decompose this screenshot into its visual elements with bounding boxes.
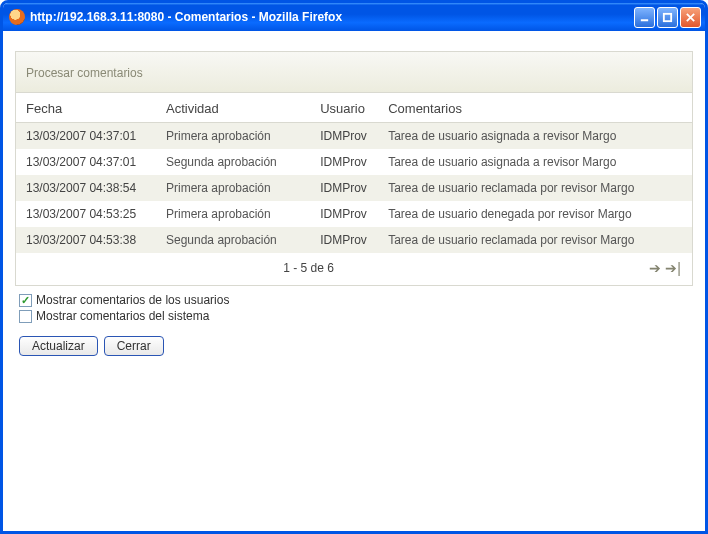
cell-usuario: IDMProv (310, 123, 378, 150)
close-button[interactable]: Cerrar (104, 336, 164, 356)
minimize-button[interactable] (634, 7, 655, 28)
browser-window: http://192.168.3.11:8080 - Comentarios -… (0, 0, 708, 534)
cell-fecha: 13/03/2007 04:37:01 (16, 149, 156, 175)
cell-fecha: 13/03/2007 04:37:01 (16, 123, 156, 150)
cell-usuario: IDMProv (310, 201, 378, 227)
checkbox-icon[interactable] (19, 310, 32, 323)
pager-count: 1 - 5 de 6 (283, 261, 334, 275)
last-page-icon[interactable]: ➔| (664, 261, 682, 275)
filter-checks: Mostrar comentarios de los usuarios Most… (15, 286, 693, 334)
page-content: Procesar comentarios Fecha Actividad Usu… (3, 31, 705, 531)
check-label: Mostrar comentarios de los usuarios (36, 293, 229, 307)
titlebar: http://192.168.3.11:8080 - Comentarios -… (3, 3, 705, 31)
cell-fecha: 13/03/2007 04:53:25 (16, 201, 156, 227)
cell-fecha: 13/03/2007 04:53:38 (16, 227, 156, 253)
minimize-icon (639, 12, 650, 23)
cell-actividad: Primera aprobación (156, 175, 310, 201)
cell-comentario: Tarea de usuario reclamada por revisor M… (378, 227, 692, 253)
cell-usuario: IDMProv (310, 175, 378, 201)
cell-fecha: 13/03/2007 04:38:54 (16, 175, 156, 201)
table-row: 13/03/2007 04:38:54 Primera aprobación I… (16, 175, 692, 201)
cell-comentario: Tarea de usuario denegada por revisor Ma… (378, 201, 692, 227)
cell-actividad: Primera aprobación (156, 123, 310, 150)
comments-panel: Procesar comentarios Fecha Actividad Usu… (15, 51, 693, 286)
table-row: 13/03/2007 04:37:01 Segunda aprobación I… (16, 149, 692, 175)
maximize-icon (662, 12, 673, 23)
table-row: 13/03/2007 04:53:38 Segunda aprobación I… (16, 227, 692, 253)
col-comentarios: Comentarios (378, 93, 692, 123)
firefox-icon (9, 9, 25, 25)
panel-title: Procesar comentarios (16, 52, 692, 93)
col-usuario: Usuario (310, 93, 378, 123)
refresh-button[interactable]: Actualizar (19, 336, 98, 356)
table-header-row: Fecha Actividad Usuario Comentarios (16, 93, 692, 123)
comments-table: Fecha Actividad Usuario Comentarios 13/0… (16, 93, 692, 253)
checkbox-icon[interactable] (19, 294, 32, 307)
window-title: http://192.168.3.11:8080 - Comentarios -… (30, 10, 634, 24)
window-controls (634, 7, 701, 28)
col-actividad: Actividad (156, 93, 310, 123)
table-row: 13/03/2007 04:37:01 Primera aprobación I… (16, 123, 692, 150)
cell-usuario: IDMProv (310, 227, 378, 253)
cell-actividad: Primera aprobación (156, 201, 310, 227)
next-page-icon[interactable]: ➔ (648, 261, 662, 275)
table-row: 13/03/2007 04:53:25 Primera aprobación I… (16, 201, 692, 227)
close-window-button[interactable] (680, 7, 701, 28)
cell-usuario: IDMProv (310, 149, 378, 175)
cell-comentario: Tarea de usuario asignada a revisor Marg… (378, 149, 692, 175)
close-icon (685, 12, 696, 23)
pager: 1 - 5 de 6 ➔ ➔| (16, 253, 692, 285)
svg-rect-1 (664, 13, 671, 20)
cell-comentario: Tarea de usuario reclamada por revisor M… (378, 175, 692, 201)
col-fecha: Fecha (16, 93, 156, 123)
cell-actividad: Segunda aprobación (156, 227, 310, 253)
cell-comentario: Tarea de usuario asignada a revisor Marg… (378, 123, 692, 150)
check-show-system-comments[interactable]: Mostrar comentarios del sistema (19, 308, 689, 324)
action-buttons: Actualizar Cerrar (15, 334, 693, 368)
check-label: Mostrar comentarios del sistema (36, 309, 209, 323)
cell-actividad: Segunda aprobación (156, 149, 310, 175)
maximize-button[interactable] (657, 7, 678, 28)
check-show-user-comments[interactable]: Mostrar comentarios de los usuarios (19, 292, 689, 308)
